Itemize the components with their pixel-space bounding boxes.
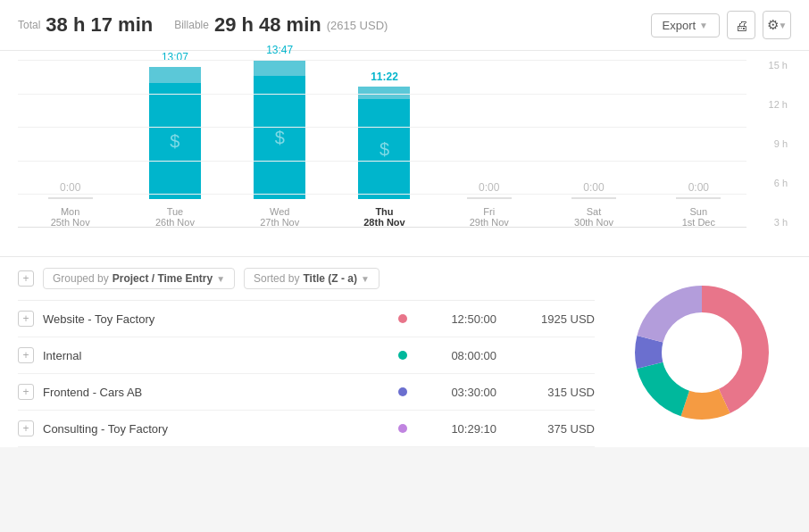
settings-button[interactable]: ⚙ ▼ [763, 11, 791, 39]
group-by-filter[interactable]: Grouped by Project / Time Entry ▼ [43, 268, 235, 289]
bar-fri: 0:00 Fri 29th Nov [437, 60, 541, 228]
row-time: 03:30:00 [416, 386, 496, 399]
filter-bar: + Grouped by Project / Time Entry ▼ Sort… [18, 257, 595, 301]
donut-panel [613, 257, 809, 447]
export-label: Export [663, 19, 696, 32]
row-expand-icon[interactable]: + [18, 347, 34, 363]
sort-arrow-icon: ▼ [361, 274, 370, 284]
settings-icon: ⚙ [767, 17, 779, 33]
header: Total 38 h 17 min Billable 29 h 48 min (… [0, 0, 809, 51]
billable-label: Billable [174, 19, 209, 31]
row-expand-icon[interactable]: + [18, 420, 34, 436]
row-time: 08:00:00 [416, 349, 496, 362]
bar-mon: 0:00 Mon 25th Nov [18, 60, 122, 228]
bar-sun: 0:00 Sun 1st Dec [646, 60, 751, 228]
bar-wed: 13:47 $ Wed 27th Nov [228, 60, 332, 228]
list-panel: + Grouped by Project / Time Entry ▼ Sort… [0, 257, 613, 447]
group-by-value: Project / Time Entry [113, 272, 213, 285]
row-usd: 1925 USD [505, 312, 595, 326]
row-time: 12:50:00 [416, 312, 496, 326]
list-item: + Internal 08:00:00 [18, 337, 595, 374]
settings-arrow-icon: ▼ [779, 21, 788, 30]
sort-by-label: Sorted by [254, 272, 299, 285]
sort-by-value: Title (Z - a) [303, 272, 356, 285]
print-button[interactable]: 🖨 [727, 11, 755, 39]
chart-area: 0:00 Mon 25th Nov 13:07 $ Tue 26 [0, 51, 809, 257]
row-dot [398, 424, 407, 433]
row-name: Consulting - Toy Factory [43, 422, 389, 436]
sort-by-filter[interactable]: Sorted by Title (Z - a) ▼ [244, 268, 379, 289]
donut-chart [621, 272, 782, 433]
export-button[interactable]: Export ▼ [651, 13, 720, 37]
group-by-label: Grouped by [53, 272, 109, 285]
bar-thu: 11:22 $ Thu 28th Nov [332, 60, 437, 228]
group-arrow-icon: ▼ [216, 274, 225, 284]
bar-tue: 13:07 $ Tue 26th Nov [122, 60, 227, 228]
svg-point-5 [664, 315, 739, 390]
row-dot [398, 351, 407, 360]
chart-bars: 0:00 Mon 25th Nov 13:07 $ Tue 26 [18, 60, 751, 256]
row-usd: 375 USD [505, 422, 595, 436]
row-dot [398, 387, 407, 396]
list-item: + Frontend - Cars AB 03:30:00 315 USD [18, 374, 595, 411]
group-expand-icon: + [18, 270, 34, 287]
row-dot [398, 314, 407, 323]
row-name: Website - Toy Factory [43, 312, 389, 326]
billable-value: 29 h 48 min [214, 13, 321, 37]
row-name: Frontend - Cars AB [43, 386, 389, 399]
list-item: + Consulting - Toy Factory 10:29:10 375 … [18, 411, 595, 447]
export-arrow-icon: ▼ [699, 21, 708, 30]
row-expand-icon[interactable]: + [18, 311, 34, 327]
chart-y-axis: 15 h 12 h 9 h 6 h 3 h [751, 60, 791, 256]
row-name: Internal [43, 349, 389, 362]
row-time: 10:29:10 [416, 422, 496, 436]
billable-usd: (2615 USD) [327, 19, 388, 32]
total-value: 38 h 17 min [46, 13, 153, 37]
row-expand-icon[interactable]: + [18, 384, 34, 400]
total-label: Total [18, 19, 40, 31]
bar-sat: 0:00 Sat 30th Nov [541, 60, 646, 228]
list-item: + Website - Toy Factory 12:50:00 1925 US… [18, 301, 595, 337]
print-icon: 🖨 [735, 18, 748, 33]
row-usd: 315 USD [505, 386, 595, 399]
